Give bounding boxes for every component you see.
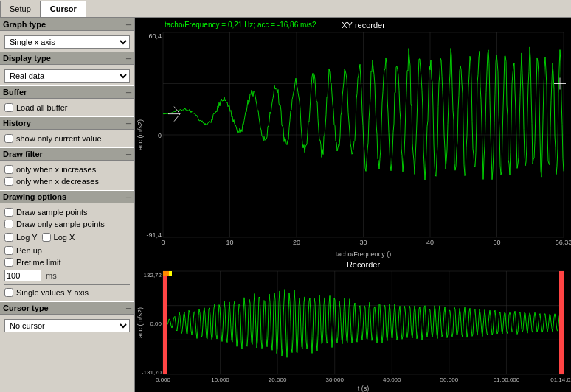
log-row: Log Y Log X (4, 230, 130, 245)
section-drawing-options-collapse[interactable]: ─ (126, 193, 131, 201)
tab-setup[interactable]: Setup (0, 1, 41, 17)
pretime-limit-checkbox[interactable] (4, 258, 13, 267)
section-graph-type-label: Graph type (3, 20, 46, 29)
pretime-limit-label: Pretime limit (16, 258, 61, 267)
load-all-buffer-checkbox[interactable] (4, 103, 13, 112)
show-only-current-row[interactable]: show only current value (4, 133, 130, 144)
pen-up-row[interactable]: Pen up (4, 245, 130, 256)
pen-up-checkbox[interactable] (4, 246, 13, 255)
section-buffer-collapse[interactable]: ─ (126, 88, 131, 97)
show-only-current-checkbox[interactable] (4, 134, 13, 143)
section-history-label: History (3, 119, 31, 127)
pretime-input[interactable] (4, 270, 41, 281)
only-x-decreases-checkbox[interactable] (4, 177, 13, 186)
section-drawing-options-label: Drawing options (3, 192, 66, 201)
tab-cursor[interactable]: Cursor (41, 1, 86, 17)
main-content: Graph type ─ Single x axis Display type … (0, 18, 571, 392)
draw-sample-points-label: Draw sample points (16, 208, 88, 217)
single-values-y-label: Single values Y axis (16, 288, 89, 297)
log-y-label: Log Y (16, 233, 38, 242)
ms-label: ms (46, 271, 57, 280)
section-drawing-options-content: Draw sample points Draw only sample poin… (0, 203, 134, 301)
section-cursor-type-label: Cursor type (3, 304, 49, 312)
section-history-header: History ─ (0, 116, 134, 130)
section-draw-filter-content: only when x increases only when x decrea… (0, 161, 134, 190)
section-buffer-label: Buffer (3, 88, 27, 97)
recorder-chart[interactable] (135, 258, 571, 392)
pen-up-label: Pen up (16, 246, 42, 255)
show-only-current-label: show only current value (16, 134, 102, 143)
separator (4, 284, 130, 285)
graph-type-select[interactable]: Single x axis (4, 35, 130, 49)
charts-container (135, 18, 571, 392)
section-display-type-collapse[interactable]: ─ (126, 55, 131, 63)
only-x-decreases-row[interactable]: only when x decreases (4, 175, 130, 187)
draw-sample-points-checkbox[interactable] (4, 208, 13, 217)
section-draw-filter-collapse[interactable]: ─ (126, 150, 131, 158)
draw-only-sample-points-label: Draw only sample points (16, 220, 105, 228)
log-x-row[interactable]: Log X (42, 231, 75, 243)
pretime-limit-row[interactable]: Pretime limit (4, 256, 130, 268)
section-draw-filter-header: Draw filter ─ (0, 147, 134, 161)
draw-only-sample-points-checkbox[interactable] (4, 220, 13, 228)
section-graph-type-content: Single x axis (0, 31, 134, 52)
title-bar: Setup Cursor (0, 0, 571, 18)
section-display-type-label: Display type (3, 54, 51, 63)
section-buffer-header: Buffer ─ (0, 85, 134, 99)
log-x-label: Log X (54, 233, 75, 242)
section-history-content: show only current value (0, 130, 134, 147)
section-cursor-type-content: No cursor (0, 315, 134, 335)
section-buffer-content: Load all buffer (0, 99, 134, 116)
section-graph-type-header: Graph type ─ (0, 18, 134, 31)
section-display-type-content: Real data (0, 65, 134, 85)
log-y-row[interactable]: Log Y (4, 231, 38, 243)
left-panel: Graph type ─ Single x axis Display type … (0, 18, 135, 392)
pretime-input-row: ms (4, 268, 130, 283)
section-cursor-type-collapse[interactable]: ─ (126, 304, 131, 312)
cursor-type-select[interactable]: No cursor (4, 319, 130, 332)
log-y-checkbox[interactable] (4, 233, 13, 242)
display-type-select[interactable]: Real data (4, 69, 130, 83)
draw-only-sample-points-row[interactable]: Draw only sample points (4, 218, 130, 230)
only-x-increases-row[interactable]: only when x increases (4, 164, 130, 175)
section-drawing-options-header: Drawing options ─ (0, 190, 134, 203)
xy-chart-wrapper (135, 18, 571, 258)
single-values-y-checkbox[interactable] (4, 288, 13, 297)
only-x-increases-label: only when x increases (16, 165, 96, 174)
only-x-increases-checkbox[interactable] (4, 165, 13, 174)
section-display-type-header: Display type ─ (0, 52, 134, 65)
section-history-collapse[interactable]: ─ (126, 119, 131, 127)
recorder-chart-wrapper (135, 258, 571, 392)
section-draw-filter-label: Draw filter (3, 150, 43, 158)
load-all-buffer-label: Load all buffer (16, 103, 68, 112)
section-graph-type-collapse[interactable]: ─ (126, 21, 131, 29)
section-cursor-type-header: Cursor type ─ (0, 301, 134, 315)
load-all-buffer-row[interactable]: Load all buffer (4, 102, 130, 113)
log-x-checkbox[interactable] (42, 233, 51, 242)
single-values-y-row[interactable]: Single values Y axis (4, 287, 130, 298)
draw-sample-points-row[interactable]: Draw sample points (4, 206, 130, 218)
xy-chart[interactable] (135, 18, 571, 258)
only-x-decreases-label: only when x decreases (16, 177, 99, 186)
